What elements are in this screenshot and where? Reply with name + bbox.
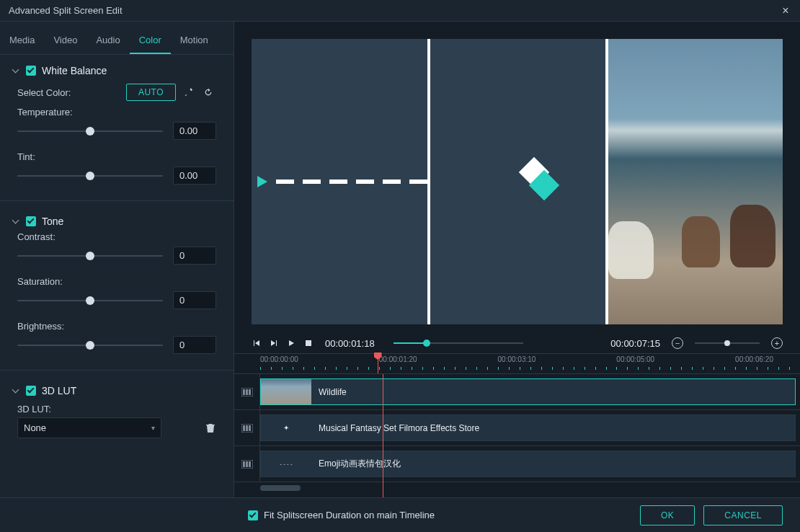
brightness-input[interactable] xyxy=(173,336,216,354)
contrast-label: Contrast: xyxy=(17,231,216,242)
stop-icon[interactable] xyxy=(303,338,314,348)
track-icon[interactable] xyxy=(234,374,260,409)
chevron-down-icon[interactable] xyxy=(13,67,20,74)
tint-slider[interactable] xyxy=(17,169,163,183)
timeline-tracks: Wildlife ✦ Musical Fantasy Set Filmora E… xyxy=(234,373,800,497)
brightness-slider[interactable] xyxy=(17,338,163,353)
contrast-slider[interactable] xyxy=(17,249,163,263)
chevron-down-icon[interactable] xyxy=(13,387,20,394)
saturation-input[interactable] xyxy=(173,291,216,309)
tab-video[interactable]: Video xyxy=(44,27,86,54)
ok-button[interactable]: OK xyxy=(640,505,695,526)
playhead[interactable] xyxy=(378,354,378,373)
temperature-slider[interactable] xyxy=(17,124,163,138)
clip-name: Wildlife xyxy=(319,387,347,397)
clip-name: Musical Fantasy Set Filmora Effects Stor… xyxy=(319,423,479,433)
sidebar: Media Video Audio Color Motion White Bal… xyxy=(0,22,234,497)
svg-rect-4 xyxy=(249,389,251,395)
ruler-mark: 00:00:00:00 xyxy=(260,355,298,363)
tint-label: Tint: xyxy=(17,151,216,162)
tab-color[interactable]: Color xyxy=(130,27,171,54)
track-content[interactable]: ✦ Musical Fantasy Set Filmora Effects St… xyxy=(260,410,800,445)
tone-title: Tone xyxy=(42,216,63,227)
track-content[interactable]: - - - - Emoji动画表情包汉化 xyxy=(260,446,800,482)
close-icon[interactable]: × xyxy=(780,4,791,17)
brightness-label: Brightness: xyxy=(17,321,216,332)
lut-select[interactable]: None ▾ xyxy=(17,417,161,438)
lut-selected: None xyxy=(24,422,46,433)
white-balance-checkbox[interactable] xyxy=(26,66,36,76)
duration-timecode: 00:00:07:15 xyxy=(610,338,660,349)
cancel-button[interactable]: CANCEL xyxy=(703,505,783,526)
saturation-slider[interactable] xyxy=(17,293,163,308)
footer: Fit Splitscreen Duration on main Timelin… xyxy=(0,497,800,532)
chevron-down-icon[interactable] xyxy=(13,218,20,225)
svg-rect-8 xyxy=(249,425,251,431)
playhead-line[interactable] xyxy=(383,374,383,497)
svg-rect-6 xyxy=(243,425,245,431)
preview-pane-left[interactable] xyxy=(252,39,430,324)
zoom-slider[interactable] xyxy=(695,339,760,347)
zoom-out-icon[interactable]: − xyxy=(672,337,683,349)
auto-button[interactable]: AUTO xyxy=(126,84,176,101)
select-color-label: Select Color: xyxy=(17,87,71,98)
current-timecode: 00:00:01:18 xyxy=(325,338,375,349)
tint-input[interactable] xyxy=(173,167,216,185)
track-content[interactable]: Wildlife xyxy=(260,374,800,409)
playback-controls: 00:00:01:18 00:00:07:15 − + xyxy=(234,333,800,353)
ruler-mark: 00:00:06:20 xyxy=(735,355,773,363)
timeline-ruler[interactable]: 00:00:00:00 00:00:01:20 00:00:03:10 00:0… xyxy=(260,354,800,373)
ruler-mark: 00:00:03:10 xyxy=(498,355,536,363)
track-icon[interactable] xyxy=(234,446,260,482)
titlebar: Advanced Split Screen Edit × xyxy=(0,0,800,22)
lut-checkbox[interactable] xyxy=(26,386,36,396)
svg-rect-2 xyxy=(243,389,245,395)
preview xyxy=(234,22,800,333)
horizontal-scrollbar[interactable] xyxy=(234,482,800,495)
fit-duration-checkbox[interactable] xyxy=(248,510,258,520)
preview-pane-middle[interactable] xyxy=(430,39,609,324)
play-triangle-icon xyxy=(257,176,267,187)
trash-icon[interactable] xyxy=(205,422,216,434)
seek-slider[interactable] xyxy=(394,341,523,345)
tab-motion[interactable]: Motion xyxy=(171,27,218,54)
clip-thumbnail: ✦ xyxy=(261,415,311,440)
white-balance-title: White Balance xyxy=(42,65,107,76)
fit-duration-label: Fit Splitscreen Duration on main Timelin… xyxy=(264,510,435,520)
contrast-input[interactable] xyxy=(173,247,216,265)
next-frame-icon[interactable] xyxy=(269,338,279,348)
eyedropper-icon[interactable] xyxy=(180,84,196,100)
temperature-label: Temperature: xyxy=(17,107,216,118)
ruler-mark: 00:00:01:20 xyxy=(379,355,417,363)
play-icon[interactable] xyxy=(286,338,296,348)
prev-frame-icon[interactable] xyxy=(252,338,262,348)
clip-name: Emoji动画表情包汉化 xyxy=(319,458,401,470)
track-icon[interactable] xyxy=(234,410,260,445)
saturation-label: Saturation: xyxy=(17,276,216,287)
tab-bar: Media Video Audio Color Motion xyxy=(0,22,234,55)
svg-rect-10 xyxy=(243,461,245,467)
reset-icon[interactable] xyxy=(200,84,216,100)
lut-label: 3D LUT: xyxy=(17,404,51,414)
temperature-input[interactable] xyxy=(173,122,216,140)
window-title: Advanced Split Screen Edit xyxy=(9,5,123,16)
tab-audio[interactable]: Audio xyxy=(86,27,129,54)
preview-pane-right[interactable] xyxy=(608,39,783,324)
svg-rect-0 xyxy=(306,340,311,346)
tone-checkbox[interactable] xyxy=(26,216,36,226)
clip-thumbnail xyxy=(261,379,311,404)
chevron-down-icon: ▾ xyxy=(151,424,155,432)
svg-rect-7 xyxy=(246,425,248,431)
svg-rect-12 xyxy=(249,461,251,467)
lut-title: 3D LUT xyxy=(42,385,76,396)
svg-rect-11 xyxy=(246,461,248,467)
zoom-in-icon[interactable]: + xyxy=(771,337,783,349)
svg-rect-3 xyxy=(246,389,248,395)
ruler-mark: 00:00:05:00 xyxy=(616,355,654,363)
tab-media[interactable]: Media xyxy=(0,27,44,54)
clip-thumbnail: - - - - xyxy=(261,451,311,476)
